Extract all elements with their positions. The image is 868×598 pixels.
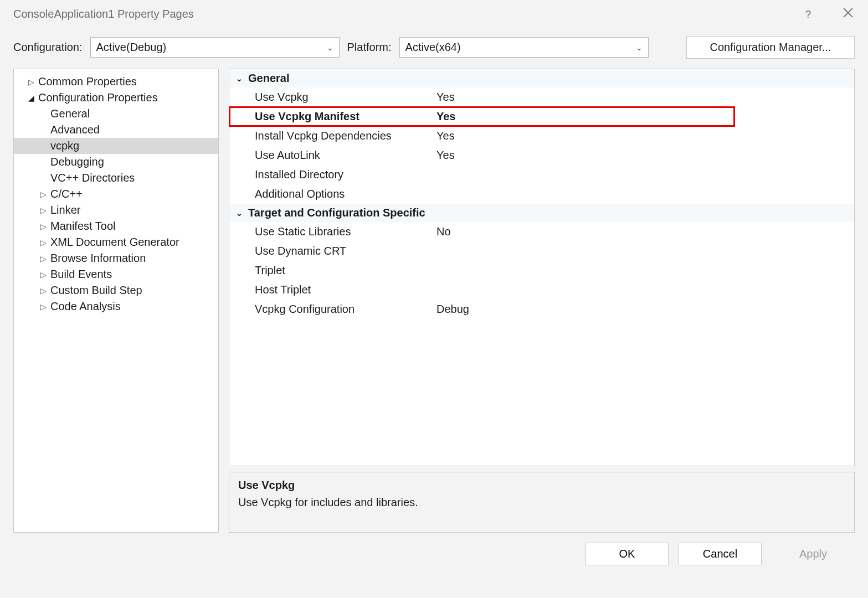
tree-c-cpp[interactable]: ▷C/C++ (14, 186, 218, 202)
tree-general[interactable]: ▷General (14, 106, 218, 122)
prop-additional-options[interactable]: Additional Options (229, 184, 854, 204)
group-target-config[interactable]: ⌄Target and Configuration Specific (229, 204, 854, 222)
description-title: Use Vcpkg (238, 479, 845, 492)
prop-use-dynamic-crt[interactable]: Use Dynamic CRT (229, 241, 854, 261)
tree-xml-doc-generator[interactable]: ▷XML Document Generator (14, 234, 218, 250)
tree-configuration-properties[interactable]: ◢Configuration Properties (14, 90, 218, 106)
tree-custom-build-step[interactable]: ▷Custom Build Step (14, 282, 218, 298)
prop-use-vcpkg-manifest[interactable]: Use Vcpkg ManifestYes (229, 107, 735, 126)
help-icon[interactable]: ? (802, 8, 815, 20)
tree-common-properties[interactable]: ▷Common Properties (14, 74, 218, 90)
configuration-label: Configuration: (13, 41, 83, 54)
configuration-select[interactable]: Active(Debug) ⌄ (90, 37, 340, 58)
prop-use-static-libraries[interactable]: Use Static LibrariesNo (229, 222, 854, 241)
window-title: ConsoleApplication1 Property Pages (13, 8, 194, 20)
configuration-value: Active(Debug) (96, 41, 167, 54)
prop-installed-directory[interactable]: Installed Directory (229, 165, 854, 184)
prop-triplet[interactable]: Triplet (229, 261, 854, 280)
ok-button[interactable]: OK (585, 543, 669, 565)
prop-install-vcpkg-deps[interactable]: Install Vcpkg DependenciesYes (229, 126, 854, 146)
dialog-footer: OK Cancel Apply (0, 533, 868, 575)
chevron-down-icon: ⌄ (636, 43, 643, 52)
title-bar: ConsoleApplication1 Property Pages ? (0, 0, 868, 26)
platform-label: Platform: (347, 41, 392, 54)
tree-manifest-tool[interactable]: ▷Manifest Tool (14, 218, 218, 234)
close-icon[interactable] (841, 8, 855, 20)
group-general[interactable]: ⌄General (229, 69, 854, 87)
tree-debugging[interactable]: ▷Debugging (14, 154, 218, 170)
tree-vcpkg[interactable]: ▷vcpkg (14, 138, 218, 154)
prop-use-vcpkg[interactable]: Use VcpkgYes (229, 87, 854, 107)
platform-select[interactable]: Active(x64) ⌄ (399, 37, 649, 58)
tree-linker[interactable]: ▷Linker (14, 202, 218, 218)
description-panel: Use Vcpkg Use Vcpkg for includes and lib… (229, 472, 855, 533)
prop-use-autolink[interactable]: Use AutoLinkYes (229, 146, 854, 165)
platform-value: Active(x64) (405, 41, 461, 54)
chevron-down-icon: ⌄ (327, 43, 333, 52)
tree-vc-directories[interactable]: ▷VC++ Directories (14, 170, 218, 186)
configuration-manager-button[interactable]: Configuration Manager... (686, 36, 855, 59)
config-toolbar: Configuration: Active(Debug) ⌄ Platform:… (0, 26, 868, 69)
description-text: Use Vcpkg for includes and libraries. (238, 496, 845, 509)
tree-browse-information[interactable]: ▷Browse Information (14, 250, 218, 266)
tree-advanced[interactable]: ▷Advanced (14, 122, 218, 138)
property-grid: ⌄General Use VcpkgYes Use Vcpkg Manifest… (229, 69, 855, 466)
tree-code-analysis[interactable]: ▷Code Analysis (14, 298, 218, 315)
prop-vcpkg-configuration[interactable]: Vcpkg ConfigurationDebug (229, 300, 854, 319)
apply-button[interactable]: Apply (772, 543, 855, 565)
cancel-button[interactable]: Cancel (679, 543, 762, 565)
prop-host-triplet[interactable]: Host Triplet (229, 280, 854, 300)
tree-build-events[interactable]: ▷Build Events (14, 266, 218, 282)
property-tree: ▷Common Properties ◢Configuration Proper… (13, 69, 219, 533)
